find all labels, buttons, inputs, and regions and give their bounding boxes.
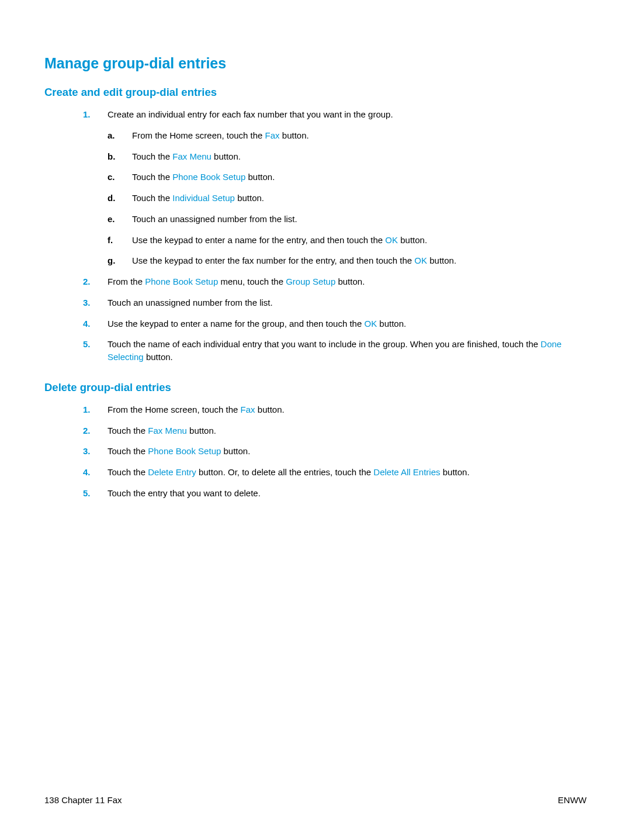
substep-marker: c.	[108, 171, 115, 184]
step-text: From the Phone Book Setup menu, touch th…	[108, 276, 365, 286]
ui-term-group-setup: Group Setup	[286, 276, 335, 286]
step-marker: 4.	[83, 466, 91, 479]
ui-term-fax-menu: Fax Menu	[148, 426, 187, 435]
ui-term-delete-all-entries: Delete All Entries	[373, 467, 440, 477]
page-footer: 138 Chapter 11 Fax ENWW	[44, 795, 587, 805]
step-marker: 2.	[83, 424, 91, 437]
footer-left: 138 Chapter 11 Fax	[44, 795, 122, 805]
substep-text: Touch the Fax Menu button.	[132, 151, 241, 161]
step-item: 2. Touch the Fax Menu button.	[83, 424, 587, 437]
page-title: Manage group-dial entries	[44, 55, 587, 72]
ui-term-delete-entry: Delete Entry	[148, 467, 196, 477]
footer-right: ENWW	[558, 795, 587, 805]
ui-term-individual-setup: Individual Setup	[172, 193, 235, 203]
substep-marker: d.	[108, 192, 115, 205]
step-item: 4. Touch the Delete Entry button. Or, to…	[83, 466, 587, 479]
ui-term-phone-book-setup: Phone Book Setup	[148, 446, 221, 456]
step-text: Touch the Fax Menu button.	[108, 426, 216, 435]
section-heading-delete: Delete group-dial entries	[44, 381, 587, 394]
ui-term-ok: OK	[414, 255, 427, 265]
ui-term-fax-menu: Fax Menu	[172, 151, 212, 161]
section-heading-create: Create and edit group-dial entries	[44, 86, 587, 99]
ui-term-phone-book-setup: Phone Book Setup	[145, 276, 218, 286]
step-text: From the Home screen, touch the Fax butt…	[108, 405, 285, 414]
step-item: 5. Touch the name of each individual ent…	[83, 338, 587, 364]
substep-marker: f.	[108, 234, 113, 247]
step-text: Touch the Phone Book Setup button.	[108, 446, 250, 456]
step-text: Touch the Delete Entry button. Or, to de…	[108, 467, 470, 477]
step-item: 2. From the Phone Book Setup menu, touch…	[83, 275, 587, 288]
substep-text: Use the keypad to enter the fax number f…	[132, 255, 456, 265]
step-item: 1. From the Home screen, touch the Fax b…	[83, 403, 587, 416]
ui-term-fax: Fax	[241, 405, 255, 414]
step-text: Use the keypad to enter a name for the g…	[108, 319, 406, 329]
substeps-list: a. From the Home screen, touch the Fax b…	[108, 129, 587, 267]
ui-term-fax: Fax	[265, 130, 280, 140]
substep-marker: b.	[108, 150, 115, 163]
steps-list-delete: 1. From the Home screen, touch the Fax b…	[83, 403, 587, 500]
steps-list-create: 1. Create an individual entry for each f…	[83, 108, 587, 364]
step-item: 3. Touch an unassigned number from the l…	[83, 296, 587, 309]
substep-marker: e.	[108, 213, 115, 226]
ui-term-ok: OK	[385, 235, 398, 245]
ui-term-phone-book-setup: Phone Book Setup	[172, 172, 245, 182]
step-item: 5. Touch the entry that you want to dele…	[83, 487, 587, 500]
substep-item: a. From the Home screen, touch the Fax b…	[108, 129, 587, 142]
step-item: 4. Use the keypad to enter a name for th…	[83, 317, 587, 330]
step-marker: 4.	[83, 317, 91, 330]
step-marker: 1.	[83, 403, 91, 416]
substep-text: Touch the Individual Setup button.	[132, 193, 264, 203]
step-text: Touch an unassigned number from the list…	[108, 298, 273, 307]
substep-item: d. Touch the Individual Setup button.	[108, 192, 587, 205]
step-marker: 3.	[83, 296, 91, 309]
substep-marker: g.	[108, 254, 115, 267]
section-delete: Delete group-dial entries 1. From the Ho…	[44, 381, 587, 500]
step-text: Touch the entry that you want to delete.	[108, 488, 261, 498]
step-text: Touch the name of each individual entry …	[108, 339, 561, 362]
substep-item: f. Use the keypad to enter a name for th…	[108, 234, 587, 247]
substep-marker: a.	[108, 129, 115, 142]
ui-term-ok: OK	[364, 319, 377, 329]
substep-item: b. Touch the Fax Menu button.	[108, 150, 587, 163]
substep-text: Touch an unassigned number from the list…	[132, 214, 297, 224]
substep-text: From the Home screen, touch the Fax butt…	[132, 130, 309, 140]
document-page: Manage group-dial entries Create and edi…	[0, 0, 631, 840]
substep-item: g. Use the keypad to enter the fax numbe…	[108, 254, 587, 267]
step-item: 1. Create an individual entry for each f…	[83, 108, 587, 267]
section-create: Create and edit group-dial entries 1. Cr…	[44, 86, 587, 364]
step-text: Create an individual entry for each fax …	[108, 109, 393, 119]
step-marker: 3.	[83, 445, 91, 458]
step-marker: 5.	[83, 487, 91, 500]
substep-text: Touch the Phone Book Setup button.	[132, 172, 275, 182]
step-marker: 1.	[83, 108, 91, 121]
substep-item: c. Touch the Phone Book Setup button.	[108, 171, 587, 184]
step-marker: 2.	[83, 275, 91, 288]
substep-item: e. Touch an unassigned number from the l…	[108, 213, 587, 226]
substep-text: Use the keypad to enter a name for the e…	[132, 235, 427, 245]
step-item: 3. Touch the Phone Book Setup button.	[83, 445, 587, 458]
step-marker: 5.	[83, 338, 91, 351]
